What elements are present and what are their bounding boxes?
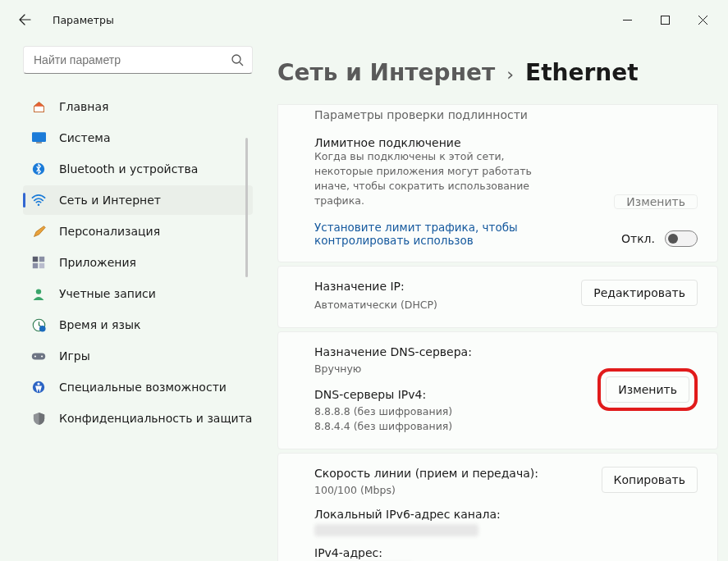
minimize-icon bbox=[623, 16, 632, 25]
svg-point-15 bbox=[41, 355, 43, 357]
nav-label: Специальные возможности bbox=[59, 381, 227, 394]
account-icon bbox=[31, 286, 46, 301]
sidebar-scrollbar[interactable] bbox=[245, 138, 248, 277]
svg-rect-3 bbox=[36, 142, 42, 144]
nav-label: Время и язык bbox=[59, 318, 140, 331]
nav-bluetooth[interactable]: Bluetooth и устройства bbox=[23, 154, 253, 184]
system-icon bbox=[31, 130, 46, 145]
auth-title: Параметры проверки подлинности bbox=[314, 108, 528, 121]
svg-rect-6 bbox=[33, 257, 38, 262]
metered-desc: Когда вы подключены к этой сети, некотор… bbox=[314, 149, 558, 209]
close-button[interactable] bbox=[684, 7, 721, 33]
minimize-button[interactable] bbox=[608, 7, 646, 33]
home-icon bbox=[31, 99, 46, 114]
nav-label: Конфиденциальность и защита bbox=[59, 412, 252, 425]
nav-personalization[interactable]: Персонализация bbox=[23, 217, 253, 246]
auth-edit-button[interactable]: Изменить bbox=[614, 194, 698, 209]
svg-rect-8 bbox=[33, 263, 38, 268]
titlebar: Параметры bbox=[0, 0, 728, 39]
nav-time[interactable]: Время и язык bbox=[23, 310, 253, 340]
dns-v4-line1: 8.8.8.8 (без шифрования) bbox=[314, 404, 558, 419]
maximize-icon bbox=[661, 16, 670, 25]
ip-label: Назначение IP: bbox=[314, 280, 558, 293]
metered-title: Лимитное подключение bbox=[314, 136, 558, 149]
breadcrumb-current: Ethernet bbox=[525, 59, 639, 86]
svg-rect-0 bbox=[661, 16, 669, 24]
ipv6-value-redacted bbox=[314, 524, 478, 536]
nav-label: Главная bbox=[59, 100, 108, 113]
arrow-left-icon bbox=[18, 13, 31, 26]
clock-icon bbox=[31, 317, 46, 332]
nav-accessibility[interactable]: Специальные возможности bbox=[23, 372, 253, 402]
nav-list: Главная Система Bluetooth и устройства С… bbox=[23, 92, 253, 433]
svg-point-17 bbox=[37, 382, 39, 385]
nav-home[interactable]: Главная bbox=[23, 92, 253, 121]
svg-point-14 bbox=[34, 355, 36, 357]
nav-label: Учетные записи bbox=[59, 287, 156, 300]
card-metered: Параметры проверки подлинности Лимитное … bbox=[277, 104, 718, 262]
back-button[interactable] bbox=[11, 7, 38, 33]
ip-edit-button[interactable]: Редактировать bbox=[581, 280, 698, 306]
ipv4-label: IPv4-адрес: bbox=[314, 546, 558, 559]
card-ip: Назначение IP: Автоматически (DHCP) Реда… bbox=[277, 266, 718, 328]
copy-button[interactable]: Копировать bbox=[602, 467, 698, 493]
nav-label: Bluetooth и устройства bbox=[59, 162, 198, 176]
nav-privacy[interactable]: Конфиденциальность и защита bbox=[23, 404, 253, 433]
breadcrumb-parent[interactable]: Сеть и Интернет bbox=[277, 59, 495, 86]
nav-label: Игры bbox=[59, 349, 90, 363]
search-box[interactable] bbox=[23, 46, 253, 74]
highlight-ring: Изменить bbox=[598, 368, 698, 411]
ip-value: Автоматически (DHCP) bbox=[314, 298, 558, 312]
breadcrumb: Сеть и Интернет › Ethernet bbox=[277, 39, 718, 104]
sidebar: Главная Система Bluetooth и устройства С… bbox=[0, 39, 253, 561]
nav-accounts[interactable]: Учетные записи bbox=[23, 279, 253, 308]
nav-apps[interactable]: Приложения bbox=[23, 248, 253, 277]
metered-link[interactable]: Установите лимит трафика, чтобы контроли… bbox=[314, 221, 558, 247]
svg-point-10 bbox=[36, 289, 41, 294]
speed-value: 100/100 (Mbps) bbox=[314, 483, 558, 498]
svg-rect-9 bbox=[39, 263, 44, 268]
svg-rect-2 bbox=[32, 132, 46, 142]
svg-rect-7 bbox=[39, 257, 44, 262]
chevron-right-icon: › bbox=[506, 64, 514, 84]
card-dns: Назначение DNS-сервера: Вручную DNS-серв… bbox=[277, 331, 718, 449]
search-icon bbox=[231, 53, 244, 66]
nav-label: Приложения bbox=[59, 256, 136, 269]
nav-label: Персонализация bbox=[59, 225, 160, 238]
dns-v4-label: DNS-серверы IPv4: bbox=[314, 388, 558, 401]
metered-toggle-row: Откл. bbox=[621, 230, 698, 247]
nav-gaming[interactable]: Игры bbox=[23, 341, 253, 371]
nav-label: Система bbox=[59, 131, 110, 144]
svg-point-12 bbox=[39, 325, 45, 331]
apps-icon bbox=[31, 255, 46, 270]
dns-v4-line2: 8.8.4.4 (без шифрования) bbox=[314, 419, 558, 434]
svg-point-5 bbox=[38, 203, 40, 206]
dns-edit-button[interactable]: Изменить bbox=[606, 376, 689, 403]
wifi-icon bbox=[31, 193, 46, 208]
nav-network[interactable]: Сеть и Интернет bbox=[23, 185, 253, 215]
accessibility-icon bbox=[31, 380, 46, 395]
dns-label: Назначение DNS-сервера: bbox=[314, 345, 558, 358]
speed-label: Скорость линии (прием и передача): bbox=[314, 467, 558, 480]
svg-rect-13 bbox=[32, 353, 45, 359]
nav-label: Сеть и Интернет bbox=[59, 194, 161, 207]
metered-toggle[interactable] bbox=[665, 230, 698, 247]
card-speed: Скорость линии (прием и передача): 100/1… bbox=[277, 453, 718, 561]
shield-icon bbox=[31, 411, 46, 426]
gamepad-icon bbox=[31, 349, 46, 363]
main-content: Сеть и Интернет › Ethernet Параметры про… bbox=[253, 39, 728, 561]
search-input[interactable] bbox=[32, 52, 231, 67]
bluetooth-icon bbox=[31, 162, 46, 176]
maximize-button[interactable] bbox=[646, 7, 684, 33]
nav-system[interactable]: Система bbox=[23, 123, 253, 153]
dns-value: Вручную bbox=[314, 362, 558, 376]
window-title: Параметры bbox=[53, 14, 114, 26]
brush-icon bbox=[31, 224, 46, 239]
svg-point-1 bbox=[232, 55, 240, 63]
metered-toggle-label: Откл. bbox=[621, 232, 655, 245]
ipv6-label: Локальный IPv6-адрес канала: bbox=[314, 508, 558, 521]
close-icon bbox=[698, 16, 707, 25]
